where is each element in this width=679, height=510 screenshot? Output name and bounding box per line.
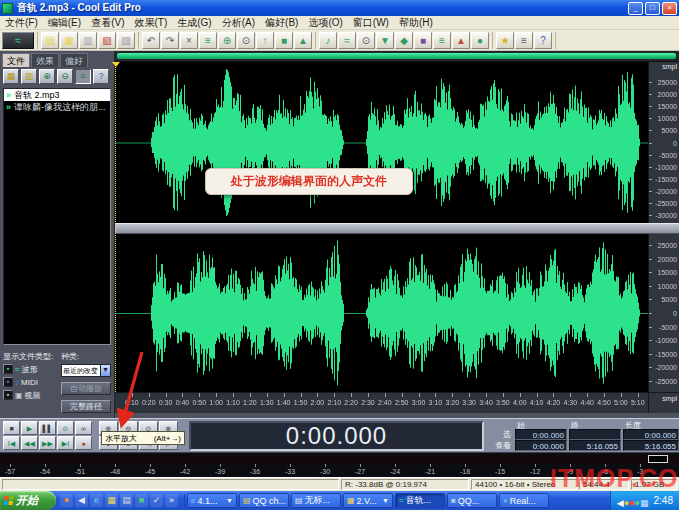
network-icon[interactable]: ▦ [640,498,649,508]
menu-item[interactable]: 效果(T) [129,16,172,30]
chevron-down-icon[interactable]: ▼ [382,497,389,504]
volume-icon[interactable]: ◀ [617,498,624,508]
organizer-tab[interactable]: 效果 [31,53,59,67]
taskbar-button[interactable]: ●Real... [499,493,549,508]
time-value-field[interactable]: 0:00.000 [515,440,567,451]
effect-stretch-button[interactable]: ▲ [452,32,470,49]
menu-item[interactable]: 查看(V) [86,16,129,30]
go-to-end-button[interactable]: ▶I [57,436,74,450]
effect-amplify-button[interactable]: ♪ [319,32,337,49]
time-value-field[interactable]: 5:16.055 [623,440,679,451]
overflow-chevron-icon[interactable]: » [165,494,178,507]
import-file-button[interactable]: ⊕ [39,69,55,84]
stop-button[interactable]: ■ [3,421,20,435]
time-value-field[interactable]: 5:16.055 [569,440,621,451]
new-file-button[interactable]: ▤ [41,32,59,49]
effect-reverb-button[interactable]: ■ [414,32,432,49]
type-checkbox[interactable]: ▪ [3,390,13,400]
menu-item[interactable]: 帮助(H) [394,16,438,30]
open-file-button[interactable]: ▦ [3,69,19,84]
taskbar-button[interactable]: ▦2.V...▼ [343,493,393,508]
favorites-button[interactable]: ★ [496,32,514,49]
taskbar-button[interactable]: e4.1...▼ [187,493,237,508]
effect-delay-button[interactable]: ◆ [395,32,413,49]
close-file-button[interactable]: ▥ [21,69,37,84]
menu-item[interactable]: 分析(A) [217,16,260,30]
file-list-item[interactable]: »谭咏麟-像我这样的朋... [4,101,110,113]
fast-forward-button[interactable]: ▶▶ [39,436,56,450]
time-value-field[interactable] [569,429,621,440]
file-list-item[interactable]: »音轨 2.mp3 [4,89,110,101]
delete-selection-button[interactable]: ■ [275,32,293,49]
file-list[interactable]: »音轨 2.mp3»谭咏麟-像我这样的朋... [3,88,111,345]
play-to-end-button[interactable]: ∞ [75,421,92,435]
undo-button[interactable]: ↶ [142,32,160,49]
play-looped-button[interactable]: ⊙ [57,421,74,435]
copy-button[interactable]: ≡ [199,32,217,49]
remove-file-button[interactable]: ⊖ [57,69,73,84]
menu-item[interactable]: 文件(F) [0,16,43,30]
effect-envelope-button[interactable]: ≈ [338,32,356,49]
time-display[interactable]: 0:00.000 [189,421,484,451]
convert-sample-type-button[interactable]: ▲ [294,32,312,49]
clip-indicator[interactable] [648,455,668,463]
help-button[interactable]: ? [534,32,552,49]
view-toggle-button[interactable]: ≈ [2,32,34,49]
rewind-button[interactable]: ◀◀ [21,436,38,450]
start-button[interactable]: 开始 [0,491,56,510]
menu-item[interactable]: 窗口(W) [348,16,394,30]
overview-range-bar[interactable] [117,53,676,59]
level-meter-lane[interactable] [2,455,677,463]
organizer-tab[interactable]: 偏好 [60,53,88,67]
minimize-button[interactable]: _ [628,2,643,15]
pen-icon[interactable]: ✓ [150,494,163,507]
time-ruler[interactable]: 0:100:200:300:400:501:001:101:201:301:40… [115,392,679,413]
full-path-button[interactable]: 完整路径 [61,400,111,413]
file-properties-button[interactable]: ▨ [117,32,135,49]
volume-icon[interactable]: ◀ [75,494,88,507]
waveform-channel-left[interactable] [115,62,648,223]
amplitude-ruler-left[interactable]: smpl 2500020000150001000050000-5000-1000… [648,62,679,223]
redo-button[interactable]: ↷ [161,32,179,49]
effect-normalize-button[interactable]: ⊙ [357,32,375,49]
help-button[interactable]: ? [93,69,109,84]
mix-paste-button[interactable]: ⊙ [237,32,255,49]
sort-dropdown[interactable]: 最近的改变 ▼ [61,364,111,377]
close-button[interactable]: × [662,2,677,15]
paste-button[interactable]: ⊕ [218,32,236,49]
pause-button[interactable]: ▌▌ [39,421,56,435]
menu-item[interactable]: 编辑(E) [43,16,86,30]
green-app-icon[interactable]: ■ [135,494,148,507]
folder-icon[interactable]: ▦ [105,494,118,507]
cut-button[interactable]: × [180,32,198,49]
amplitude-ruler-right[interactable]: 2500020000150001000050000-5000-10000-150… [648,234,679,392]
effect-noise-reduction-button[interactable]: ● [471,32,489,49]
taskbar-button[interactable]: ▤无标... [291,493,341,508]
menu-item[interactable]: 偏好(B) [260,16,303,30]
chevron-down-icon[interactable]: ▼ [100,365,110,376]
effect-compress-button[interactable]: ▼ [376,32,394,49]
type-checkbox[interactable]: ▪ [3,364,13,374]
insert-to-multitrack-button[interactable]: ≡ [75,69,91,84]
open-file-button[interactable]: ▦ [60,32,78,49]
organizer-tab[interactable]: 文件 [2,53,30,67]
chevron-down-icon[interactable]: ▼ [226,497,233,504]
go-to-start-button[interactable]: I◀ [3,436,20,450]
mail-icon[interactable]: ▤ [120,494,133,507]
save-as-button[interactable]: ▧ [98,32,116,49]
time-value-field[interactable]: 0:00.000 [623,429,679,440]
overview-navigation-bar[interactable] [115,51,679,62]
menu-item[interactable]: 生成(G) [172,16,216,30]
trim-button[interactable]: ↑ [256,32,274,49]
play-button[interactable]: ▶ [21,421,38,435]
type-checkbox[interactable]: ▪ [3,377,13,387]
menu-item[interactable]: 选项(O) [303,16,347,30]
waveform-channel-right[interactable] [115,234,648,392]
script-button[interactable]: ≡ [515,32,533,49]
taskbar-button[interactable]: ▤QQ ch... [239,493,289,508]
taskbar-button[interactable]: ■QQ... [447,493,497,508]
save-file-button[interactable]: ▥ [79,32,97,49]
time-value-field[interactable]: 0:00.000 [515,429,567,440]
restore-button[interactable]: □ [645,2,660,15]
autoplay-button[interactable]: 自动播放 [61,382,111,395]
